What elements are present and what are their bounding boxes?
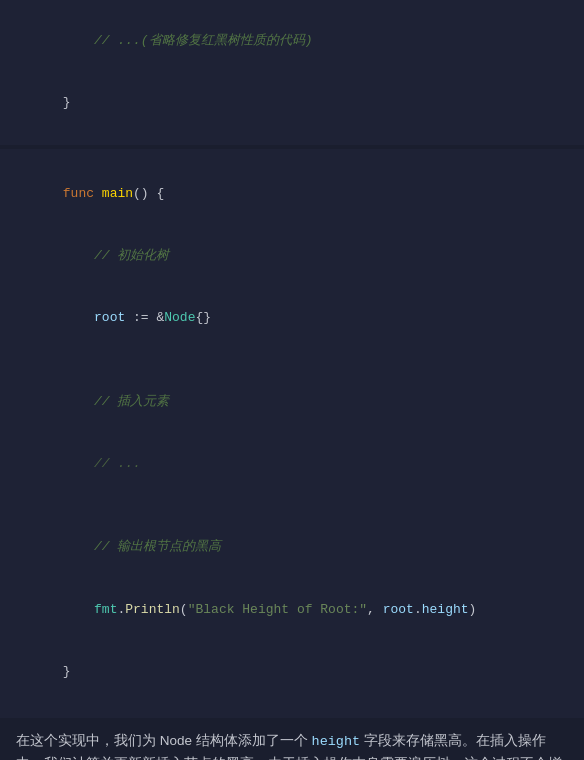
variable: root	[383, 602, 414, 617]
code-line: root := &Node{}	[16, 288, 568, 350]
comment: // 插入元素	[94, 394, 169, 409]
code-line: func main() {	[16, 163, 568, 225]
inline-code-height: height	[312, 734, 361, 749]
code-block-1: // ...(省略修复红黑树性质的代码) }	[0, 0, 584, 145]
func-name: main	[102, 186, 133, 201]
code-line: // 输出根节点的黑高	[16, 516, 568, 578]
prose-paragraph-1: 在这个实现中，我们为 Node 结构体添加了一个 height 字段来存储黑高。…	[16, 730, 568, 761]
keyword: func	[63, 186, 94, 201]
comment: // ...(省略修复红黑树性质的代码)	[94, 33, 312, 48]
code-line: // ...	[16, 433, 568, 495]
code-block-2: func main() { // 初始化树 root := &Node{} //…	[0, 149, 584, 718]
brace: }	[63, 664, 71, 679]
code-line: }	[16, 641, 568, 703]
code-line	[16, 350, 568, 371]
variable: root	[94, 310, 125, 325]
code-line	[16, 496, 568, 517]
prose-section-1: 在这个实现中，我们为 Node 结构体添加了一个 height 字段来存储黑高。…	[0, 718, 584, 761]
code-line: }	[16, 72, 568, 134]
main-container: // ...(省略修复红黑树性质的代码) } func main() { // …	[0, 0, 584, 760]
string: "Black Height of Root:"	[188, 602, 367, 617]
code-line: // 插入元素	[16, 371, 568, 433]
comment: // 初始化树	[94, 248, 169, 263]
package: fmt	[94, 602, 117, 617]
code-line: // ...(省略修复红黑树性质的代码)	[16, 10, 568, 72]
code-line: fmt.Println("Black Height of Root:", roo…	[16, 579, 568, 641]
method: Println	[125, 602, 180, 617]
type: Node	[164, 310, 195, 325]
comment: // 输出根节点的黑高	[94, 539, 221, 554]
field: height	[422, 602, 469, 617]
brace: }	[63, 95, 71, 110]
code-line: // 初始化树	[16, 225, 568, 287]
comment: // ...	[94, 456, 141, 471]
